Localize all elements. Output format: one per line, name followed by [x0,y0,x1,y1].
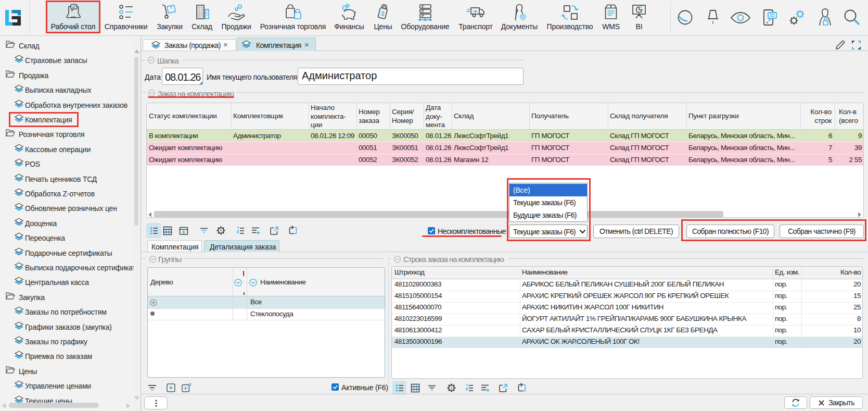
svg-text:$: $ [380,9,386,18]
